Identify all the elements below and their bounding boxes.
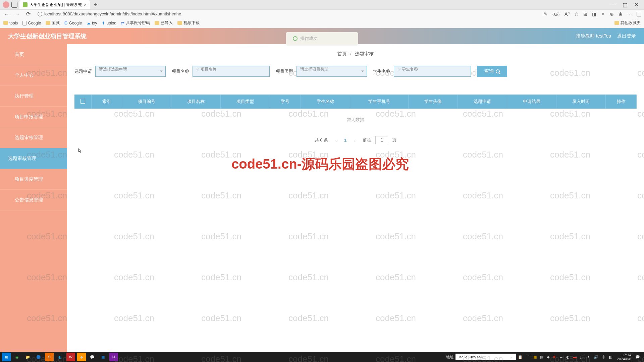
bookmark-google1[interactable]: Google [22, 21, 41, 25]
page-goto-input[interactable] [375, 136, 388, 144]
breadcrumb-home[interactable]: 首页 [337, 51, 347, 56]
minimize-icon[interactable]: — [610, 2, 616, 8]
maximize-icon[interactable]: ▢ [623, 2, 628, 8]
browser-tab[interactable]: 大学生创新创业项目管理系统 × [19, 0, 90, 9]
tabs-overview-icon[interactable] [11, 2, 17, 8]
new-tab-button[interactable]: + [92, 2, 99, 8]
filter-apply-select[interactable]: 请选择选题申请 [95, 66, 166, 77]
checkbox-icon[interactable] [80, 99, 85, 104]
tb-wps-icon[interactable]: W [66, 353, 75, 361]
filter-name-input[interactable]: ⊙ 项目名称 [193, 66, 270, 77]
app-root: 操作成功 大学生创新创业项目管理系统 指导教师 testTea 退出登录 首页 … [0, 28, 644, 352]
start-button[interactable]: ⊞ [2, 353, 11, 361]
tb-wechat-icon[interactable]: 💬 [88, 353, 97, 361]
sidebar-item-review2[interactable]: 选题审核管理 [0, 148, 67, 169]
bookmark-other[interactable]: 其他收藏夹 [614, 20, 641, 26]
bookmark-tools[interactable]: tools [3, 21, 18, 25]
puzzle-icon[interactable]: ❀ [619, 11, 623, 17]
window-controls: — ▢ ✕ [610, 2, 641, 8]
sidebar-item-apply[interactable]: 项目申报管理 [0, 107, 67, 127]
profile-icon[interactable] [3, 1, 9, 8]
collections-icon[interactable]: ✧ [601, 11, 605, 17]
tray-volume-icon[interactable]: 🔊 [594, 355, 598, 359]
menu-icon[interactable]: ⋯ [627, 11, 632, 17]
tray-icon[interactable]: ☁ [559, 355, 563, 359]
tray-icon[interactable]: ◆ [547, 355, 549, 359]
chevron-down-icon [160, 71, 163, 72]
home-icon [8, 53, 12, 57]
pagination: 共 0 条 ‹ 1 › 前往 页 [67, 131, 644, 149]
tray-icon[interactable]: ❋ [553, 355, 556, 359]
bookmark-txy[interactable]: ☁txy [87, 21, 97, 25]
back-button[interactable]: ← [3, 10, 11, 18]
sidebar-item-notice[interactable]: 公告信息管理 [0, 190, 67, 210]
favorite-icon[interactable]: ☆ [574, 11, 579, 17]
translate-icon[interactable]: aあ [552, 11, 560, 17]
sidebar-item-profile[interactable]: 个人中心 [0, 65, 67, 86]
search-button[interactable]: 查询 [477, 66, 507, 77]
watermark-text: code51.cn [637, 231, 644, 242]
close-icon[interactable]: × [84, 2, 87, 7]
tray-icon[interactable]: ▤ [540, 355, 543, 359]
tb-addr-input[interactable]: useSSL=false& ⌄ [455, 354, 516, 360]
sidebar-item-review1[interactable]: 选题审核管理 [0, 127, 67, 148]
search-icon [496, 69, 500, 73]
bookmark-upload[interactable]: ⬆uplod [102, 21, 116, 25]
taskbar-clock[interactable]: 17:14 2024/8/8 [617, 353, 631, 361]
bookmark-video[interactable]: 视频下载 [177, 20, 200, 26]
bookmark-imported[interactable]: 已导入 [155, 20, 173, 26]
tb-ide-icon[interactable]: IJ [109, 353, 118, 361]
tray-icon[interactable]: ◧ [609, 355, 612, 359]
extensions-icon[interactable]: ⊞ [583, 11, 587, 17]
bookmark-baozang[interactable]: 宝藏 [46, 20, 60, 26]
folder-icon [177, 21, 182, 25]
tray-up-icon[interactable]: ˄ [528, 355, 530, 359]
edit-icon[interactable]: ✎ [544, 11, 548, 17]
filter-type-select[interactable]: 请选择项目类型 [297, 66, 367, 77]
tb-explorer-icon[interactable]: 📁 [23, 353, 32, 361]
tray-network-icon[interactable]: 🖧 [587, 355, 590, 359]
user-label[interactable]: 指导教师 testTea [576, 33, 611, 39]
tray-icon[interactable]: ▬ [573, 355, 577, 359]
page-current[interactable]: 1 [344, 138, 346, 143]
tray-icon[interactable]: ⬚ [580, 355, 583, 359]
split-icon[interactable]: ◨ [592, 11, 596, 17]
sidebar-item-progress[interactable]: 项目进度管理 [0, 169, 67, 190]
reload-button[interactable]: ⟳ [24, 10, 32, 18]
close-window-icon[interactable]: ✕ [634, 2, 639, 8]
watermark-text: code51.cn [463, 272, 503, 283]
tray-icon[interactable]: ▦ [533, 355, 537, 359]
filter-name-label: 项目名称 [172, 68, 189, 74]
url-field[interactable]: i localhost:8080/daxueshengcycxin/admin/… [35, 11, 541, 16]
tb-chrome-icon[interactable]: 🔵 [34, 353, 43, 361]
th-checkbox[interactable] [74, 95, 91, 109]
bookmark-share[interactable]: ⇄共享账号密码 [121, 20, 150, 26]
page-next[interactable]: › [351, 136, 359, 144]
sidebar-item-home[interactable]: 首页 [0, 44, 67, 65]
bell-icon [8, 198, 12, 202]
forward-button[interactable]: → [13, 10, 21, 18]
filter-student-input[interactable]: ⊙ 学生名称 [394, 66, 471, 77]
watermark-text: code51.cn [114, 149, 154, 160]
tb-app-icon[interactable]: ◆ [77, 353, 86, 361]
downloads-icon[interactable]: ⊕ [610, 11, 614, 17]
watermark-text: code51.cn [550, 272, 590, 283]
tray-icon[interactable]: ◐ [566, 355, 570, 359]
page-prev[interactable]: ‹ [332, 136, 340, 144]
tb-tool-icon[interactable]: ▦ [99, 353, 107, 361]
tb-edge-icon[interactable]: ◐ [56, 353, 64, 361]
tb-copy-icon[interactable]: 📋 [518, 355, 523, 359]
text-size-icon[interactable]: AN [565, 11, 570, 17]
tb-sublime-icon[interactable]: S [45, 353, 54, 361]
tray-notifications-icon[interactable]: 💬 [633, 353, 642, 361]
chevron-down-icon[interactable]: ⌄ [511, 355, 514, 359]
th-ops: 操作 [606, 95, 637, 109]
tray-ime-icon[interactable]: 中 [602, 355, 605, 360]
sidepanel-icon[interactable] [637, 12, 641, 16]
logout-button[interactable]: 退出登录 [617, 33, 636, 39]
bookmark-google2[interactable]: GGoogle [64, 21, 82, 25]
site-info-icon[interactable]: i [38, 12, 42, 16]
progress-icon [8, 177, 12, 181]
sidebar-item-exec[interactable]: 执行管理 [0, 86, 67, 107]
tb-browser-icon[interactable]: ◉ [13, 353, 21, 361]
